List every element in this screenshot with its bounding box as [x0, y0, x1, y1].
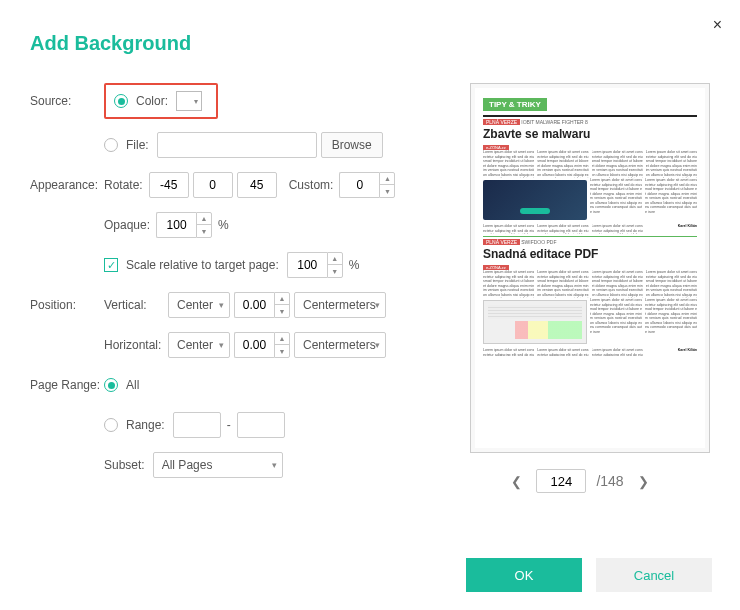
custom-label: Custom:	[289, 178, 334, 192]
scale-checkbox[interactable]: ✓	[104, 258, 118, 272]
range-label: Range:	[126, 418, 165, 432]
preview-page: TIPY & TRIKY PLNÁ VERZE IOBIT MALWARE FI…	[475, 88, 705, 448]
page-navigator: ❮ /148 ❯	[450, 469, 710, 493]
file-input[interactable]	[157, 132, 317, 158]
dialog-title: Add Background	[0, 0, 740, 55]
browse-button[interactable]: Browse	[321, 132, 383, 158]
appearance-label: Appearance:	[30, 178, 104, 192]
next-page-icon[interactable]: ❯	[634, 470, 653, 493]
opaque-spinner[interactable]: ▲▼	[156, 212, 212, 238]
horizontal-align-select[interactable]: Center	[168, 332, 230, 358]
radio-file[interactable]	[104, 138, 118, 152]
rotate-45[interactable]	[237, 172, 277, 198]
percent-label: %	[218, 218, 229, 232]
headline-1: Zbavte se malwaru	[483, 127, 697, 141]
article-tag-1: PLNÁ VERZE	[483, 119, 520, 125]
article-tag-2: PLNÁ VERZE	[483, 239, 520, 245]
preview-screenshot-2	[483, 300, 587, 344]
preview-panel: TIPY & TRIKY PLNÁ VERZE IOBIT MALWARE FI…	[450, 83, 710, 493]
rotate-0[interactable]	[193, 172, 233, 198]
vertical-unit-select[interactable]: Centermeters	[294, 292, 386, 318]
cancel-button[interactable]: Cancel	[596, 558, 712, 592]
source-label: Source:	[30, 94, 104, 108]
pagerange-label: Page Range:	[30, 378, 104, 392]
scale-label: Scale relative to target page:	[126, 258, 279, 272]
ok-button[interactable]: OK	[466, 558, 582, 592]
color-option-highlight: Color:	[104, 83, 218, 119]
file-label: File:	[126, 138, 149, 152]
scale-spinner[interactable]: ▲▼	[287, 252, 343, 278]
all-label: All	[126, 378, 139, 392]
settings-panel: Source: Color: File: Browse Appearance: …	[30, 83, 430, 493]
subset-select[interactable]: All Pages	[153, 452, 283, 478]
vertical-label: Vertical:	[104, 298, 168, 312]
radio-all[interactable]	[104, 378, 118, 392]
preview-box: TIPY & TRIKY PLNÁ VERZE IOBIT MALWARE FI…	[470, 83, 710, 453]
custom-spinner[interactable]: ▲▼	[339, 172, 395, 198]
position-label: Position:	[30, 298, 104, 312]
radio-color[interactable]	[114, 94, 128, 108]
range-to-input[interactable]	[237, 412, 285, 438]
vertical-offset-spinner[interactable]: ▲▼	[234, 292, 290, 318]
page-total: /148	[596, 473, 623, 489]
chevron-up-icon: ▲	[380, 173, 394, 185]
horizontal-label: Horizontal:	[104, 338, 168, 352]
subset-label: Subset:	[104, 458, 145, 472]
rotate-label: Rotate:	[104, 178, 143, 192]
page-input[interactable]	[536, 469, 586, 493]
horizontal-unit-select[interactable]: Centermeters	[294, 332, 386, 358]
prev-page-icon[interactable]: ❮	[507, 470, 526, 493]
color-label: Color:	[136, 94, 168, 108]
close-icon[interactable]: ×	[713, 16, 722, 34]
opaque-label: Opaque:	[104, 218, 150, 232]
horizontal-offset-spinner[interactable]: ▲▼	[234, 332, 290, 358]
chevron-down-icon: ▼	[380, 185, 394, 197]
headline-2: Snadná editace PDF	[483, 247, 697, 261]
preview-screenshot-1	[483, 180, 587, 220]
preview-banner: TIPY & TRIKY	[483, 98, 547, 111]
radio-range[interactable]	[104, 418, 118, 432]
vertical-align-select[interactable]: Center	[168, 292, 230, 318]
color-picker[interactable]	[176, 91, 202, 111]
range-from-input[interactable]	[173, 412, 221, 438]
rotate-m45[interactable]	[149, 172, 189, 198]
